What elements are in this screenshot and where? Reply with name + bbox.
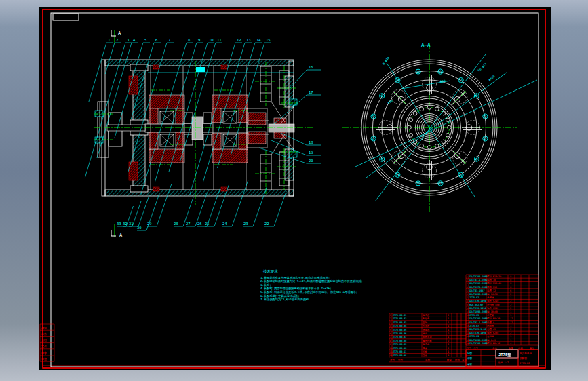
- bom-mid-qty: 1: [448, 329, 449, 332]
- inner-bolt-hole: [409, 118, 413, 122]
- callout-label-bottom: 22: [264, 222, 269, 226]
- callout-label-bottom: 31: [129, 222, 134, 226]
- bom-right-header: 序号: [467, 347, 471, 350]
- bom-right-qty: 1: [510, 325, 511, 327]
- callout-label-side: 19: [309, 151, 313, 155]
- bom-mid-qty: 2: [448, 314, 449, 317]
- bom-right-no: 16: [467, 328, 469, 331]
- title-right-line: 装配图: [520, 357, 527, 360]
- bom-mid-qty: 1: [448, 350, 449, 353]
- revision-row: 更改: [41, 344, 47, 348]
- bom-right-code: GB/T893.1-86: [469, 328, 486, 331]
- bom-right-name: 轴承 6312: [486, 307, 498, 310]
- bom-right-no: 10: [467, 307, 469, 310]
- bom-mid-name: 左支座: [422, 325, 430, 327]
- bom-mid-code: JT75-00-11: [393, 350, 406, 353]
- shaft-segment: [107, 125, 145, 131]
- bom-right-qty: 6: [510, 289, 511, 292]
- bom-right-code: GB/T276-1994: [469, 307, 486, 310]
- callout-label-bottom: 29: [147, 222, 152, 226]
- bom-mid-code: JT75-00-08: [393, 340, 406, 342]
- callout-label-bottom: 25: [205, 222, 210, 226]
- callout-label-top: 3: [127, 38, 129, 42]
- bom-right-name: 齿轮轴: [487, 335, 494, 338]
- bom-right-code: JT75-02: [469, 296, 479, 299]
- bom-right-no: 6: [467, 293, 468, 296]
- bom-mid-header: 名称: [425, 359, 430, 361]
- bom-mid-no: 6: [390, 332, 391, 335]
- callout-label-top: 10: [209, 38, 214, 42]
- bom-mid-code: JT75-00-09: [393, 343, 406, 346]
- bom-right-no: 9: [467, 304, 468, 306]
- gear-tooth: [184, 134, 193, 145]
- output-shaft: [269, 124, 294, 132]
- callout-label-bottom: 33: [117, 222, 121, 226]
- callout-label-bottom: 26: [197, 222, 202, 226]
- bom-right-code: GB/T5783-2000: [469, 342, 488, 345]
- revision-row: 日期: [41, 357, 47, 361]
- bom-mid-code: JT75-00-01: [393, 314, 406, 317]
- callout-label-top: 11: [217, 38, 222, 42]
- bom-mid-code: JT75-00-05: [393, 329, 406, 332]
- coupling: [192, 117, 203, 140]
- inner-bolt-hole: [409, 133, 413, 137]
- bom-mid-qty: 4: [448, 354, 449, 357]
- revision-row: 处数: [41, 332, 47, 336]
- callout-label-bottom: 23: [243, 222, 248, 226]
- inner-bolt-hole: [446, 133, 450, 137]
- bom-right-name: 螺栓 M12×40: [487, 281, 501, 285]
- bom-mid-header: 材料: [454, 359, 460, 361]
- bom-mid-code: JT75-00-02: [393, 317, 406, 320]
- bom-right-code: JT75-05: [469, 314, 479, 317]
- bom-right-qty: 6: [510, 282, 511, 285]
- callout-label-top: 6: [155, 38, 157, 42]
- title-left-cell: 审核: [467, 363, 473, 366]
- bom-right-header: 备注: [530, 347, 534, 350]
- bom-right-header: 代号: [473, 347, 478, 350]
- bom-mid-no: 10: [390, 347, 393, 350]
- flange-red: [153, 187, 159, 191]
- bom-right-code: GB/T1096-2003: [469, 293, 488, 296]
- bom-mid-code: JT75-00-12: [393, 354, 406, 357]
- callout-label-top: 13: [246, 38, 251, 42]
- bom-right-qty: 2: [510, 328, 511, 331]
- bom-right-code: GB/T97.1-2002: [469, 279, 488, 281]
- bom-right-qty: 2: [510, 307, 511, 310]
- callout-label-bottom: 24: [222, 222, 227, 226]
- bom-mid-no: 3: [390, 321, 391, 324]
- bom-mid-no: 11: [390, 350, 393, 353]
- bom-right-no: 19: [467, 339, 469, 342]
- inner-bolt-hole: [420, 144, 424, 148]
- drawing-canvas[interactable]: 8-Φ30Φ5016-Φ17Φ450Φ36 123456789101112131…: [0, 0, 588, 381]
- gear-tooth: [184, 113, 193, 123]
- inner-bolt-hole: [435, 144, 439, 148]
- notes-title: 技术要求: [263, 269, 279, 274]
- bom-right-qty: 2: [510, 304, 511, 306]
- bom-mid-qty: 1: [448, 317, 449, 320]
- bom-right-qty: 2: [510, 293, 511, 296]
- bom-right-qty: 1: [510, 296, 511, 299]
- bom-mid-qty: 2: [448, 340, 449, 342]
- bom-right-qty: 8: [510, 279, 511, 281]
- bom-mid-name: 端盖: [423, 332, 427, 335]
- bom-mid-no: 8: [390, 340, 391, 342]
- bom-right-name: 密封圈 B50: [487, 304, 499, 306]
- section-view-label: A—A: [421, 42, 431, 48]
- bom-mid-name: 卷筒衬板: [423, 340, 432, 342]
- callout-label-top: 5: [144, 38, 146, 42]
- cad-viewport[interactable]: 8-Φ30Φ5016-Φ17Φ450Φ36 123456789101112131…: [0, 0, 588, 381]
- bom-right-no: 4: [467, 286, 468, 289]
- bom-right-name: 垫圈 10: [487, 279, 496, 281]
- bom-right-no: 2: [467, 279, 468, 281]
- bom-right-code: GB/T1096-2003: [469, 310, 488, 313]
- inner-bolt-hole: [435, 107, 439, 111]
- callout-label-bottom: 30: [137, 226, 142, 230]
- bom-mid-code: JT75-00-07: [393, 336, 406, 338]
- bom-right-code: GB/T5782-2000: [469, 282, 488, 285]
- bom-mid-no: 9: [390, 343, 391, 346]
- bom-right-qty: 1: [510, 339, 511, 342]
- bom-mid-no: 1: [390, 314, 391, 317]
- flange-red: [221, 65, 227, 69]
- bom-right-qty: 12: [510, 321, 513, 324]
- bom-right-name: 轴承 6210: [486, 300, 498, 302]
